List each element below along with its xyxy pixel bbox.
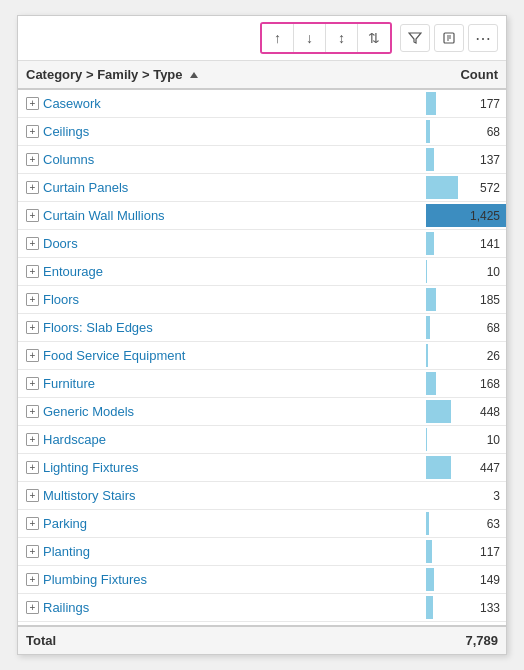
- row-count-cell: 448: [426, 398, 506, 425]
- row-name: + Floors: Slab Edges: [18, 316, 426, 339]
- row-label: Parking: [43, 516, 87, 531]
- expand-icon[interactable]: +: [26, 601, 39, 614]
- expand-icon[interactable]: +: [26, 293, 39, 306]
- row-count-cell: 68: [426, 118, 506, 145]
- expand-icon[interactable]: +: [26, 181, 39, 194]
- expand-icon[interactable]: +: [26, 433, 39, 446]
- row-count-cell: 168: [426, 370, 506, 397]
- table-row[interactable]: + Columns 137: [18, 146, 506, 174]
- sort-reset-button[interactable]: ⇅: [358, 24, 390, 52]
- expand-icon[interactable]: +: [26, 321, 39, 334]
- table-row[interactable]: + Multistory Stairs 3: [18, 482, 506, 510]
- table-row[interactable]: + Railings 133: [18, 594, 506, 622]
- count-value: 149: [480, 573, 500, 587]
- row-name: + Multistory Stairs: [18, 484, 426, 507]
- count-value: 68: [487, 125, 500, 139]
- row-name: + Generic Models: [18, 400, 426, 423]
- table-row[interactable]: + Floors: Slab Edges 68: [18, 314, 506, 342]
- count-value: 572: [480, 181, 500, 195]
- row-count-cell: 137: [426, 146, 506, 173]
- count-bar: [426, 260, 427, 283]
- row-count-cell: 572: [426, 174, 506, 201]
- expand-icon[interactable]: +: [26, 545, 39, 558]
- filter-button[interactable]: [400, 24, 430, 52]
- table-row[interactable]: + Food Service Equipment 26: [18, 342, 506, 370]
- expand-icon[interactable]: +: [26, 265, 39, 278]
- count-bar: [426, 400, 451, 423]
- count-value: 185: [480, 293, 500, 307]
- table-header: Category > Family > Type Count: [18, 61, 506, 90]
- table-row[interactable]: + Plumbing Fixtures 149: [18, 566, 506, 594]
- count-bar: [426, 456, 451, 479]
- expand-icon[interactable]: +: [26, 461, 39, 474]
- count-value: 447: [480, 461, 500, 475]
- count-value: 137: [480, 153, 500, 167]
- row-count-cell: 26: [426, 342, 506, 369]
- count-bar: [426, 568, 434, 591]
- row-label: Plumbing Fixtures: [43, 572, 147, 587]
- expand-icon[interactable]: +: [26, 97, 39, 110]
- table-row[interactable]: + Doors 141: [18, 230, 506, 258]
- row-count-cell: 447: [426, 454, 506, 481]
- row-label: Planting: [43, 544, 90, 559]
- expand-icon[interactable]: +: [26, 405, 39, 418]
- count-value: 10: [487, 433, 500, 447]
- row-label: Curtain Wall Mullions: [43, 208, 165, 223]
- expand-icon[interactable]: +: [26, 237, 39, 250]
- count-bar: [426, 372, 436, 395]
- table-row[interactable]: + Floors 185: [18, 286, 506, 314]
- table-row[interactable]: + Casework 177: [18, 90, 506, 118]
- count-value: 26: [487, 349, 500, 363]
- row-label: Lighting Fixtures: [43, 460, 138, 475]
- count-bar: [426, 232, 434, 255]
- table-row[interactable]: + Curtain Panels 572: [18, 174, 506, 202]
- count-value: 177: [480, 97, 500, 111]
- row-label: Hardscape: [43, 432, 106, 447]
- table-row[interactable]: + Parking 63: [18, 510, 506, 538]
- count-value: 141: [480, 237, 500, 251]
- row-count-cell: 10: [426, 258, 506, 285]
- table-row[interactable]: + Planting 117: [18, 538, 506, 566]
- row-count-cell: 63: [426, 510, 506, 537]
- count-value: 133: [480, 601, 500, 615]
- count-value: 3: [493, 489, 500, 503]
- table-row[interactable]: + Entourage 10: [18, 258, 506, 286]
- table-row[interactable]: + Generic Models 448: [18, 398, 506, 426]
- column-name-header: Category > Family > Type: [26, 67, 418, 82]
- toolbar: ↑ ↓ ↕ ⇅ ⋯: [18, 16, 506, 61]
- expand-icon[interactable]: +: [26, 125, 39, 138]
- row-count-cell: 133: [426, 594, 506, 621]
- main-panel: ↑ ↓ ↕ ⇅ ⋯ Category > Family > Type Count: [17, 15, 507, 655]
- row-name: + Planting: [18, 540, 426, 563]
- row-label: Doors: [43, 236, 78, 251]
- expand-icon[interactable]: +: [26, 209, 39, 222]
- count-bar: [426, 344, 428, 367]
- table-row[interactable]: + Ceilings 68: [18, 118, 506, 146]
- expand-icon[interactable]: +: [26, 349, 39, 362]
- table-row[interactable]: + Lighting Fixtures 447: [18, 454, 506, 482]
- count-bar: [426, 316, 430, 339]
- table-row[interactable]: + Hardscape 10: [18, 426, 506, 454]
- table-row[interactable]: + Furniture 168: [18, 370, 506, 398]
- row-name: + Plumbing Fixtures: [18, 568, 426, 591]
- count-value: 117: [480, 545, 500, 559]
- more-button[interactable]: ⋯: [468, 24, 498, 52]
- footer-label: Total: [26, 633, 418, 648]
- count-value: 448: [480, 405, 500, 419]
- expand-icon[interactable]: +: [26, 573, 39, 586]
- table-row[interactable]: + Curtain Wall Mullions 1,425: [18, 202, 506, 230]
- row-count-cell: 141: [426, 230, 506, 257]
- row-label: Furniture: [43, 376, 95, 391]
- expand-icon[interactable]: +: [26, 153, 39, 166]
- expand-icon[interactable]: +: [26, 377, 39, 390]
- sort-desc-button[interactable]: ↓: [294, 24, 326, 52]
- row-name: + Ceilings: [18, 120, 426, 143]
- row-name: + Casework: [18, 92, 426, 115]
- sort-both-button[interactable]: ↕: [326, 24, 358, 52]
- count-bar: [426, 596, 433, 619]
- sort-asc-button[interactable]: ↑: [262, 24, 294, 52]
- expand-icon[interactable]: +: [26, 517, 39, 530]
- row-label: Casework: [43, 96, 101, 111]
- export-button[interactable]: [434, 24, 464, 52]
- expand-icon[interactable]: +: [26, 489, 39, 502]
